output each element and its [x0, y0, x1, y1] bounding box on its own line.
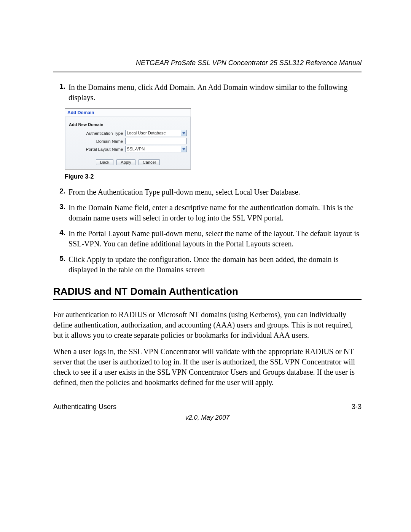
domain-name-label: Domain Name: [69, 139, 125, 144]
step-number: 4.: [53, 228, 68, 249]
domain-name-input[interactable]: [125, 138, 187, 144]
portal-layout-value: SSL-VPN: [127, 146, 145, 152]
step-text: In the Domains menu, click Add Domain. A…: [68, 82, 362, 103]
auth-type-label: Authentication Type: [69, 131, 125, 136]
step-text: In the Portal Layout Name pull-down menu…: [68, 228, 362, 249]
footer-page: 3-3: [352, 403, 362, 411]
step-number: 5.: [53, 254, 68, 275]
header-rule: [53, 72, 362, 72]
step-number: 1.: [53, 82, 68, 103]
auth-type-select[interactable]: Local User Database: [125, 130, 187, 136]
chevron-down-icon: [181, 146, 186, 152]
footer-rule: [53, 399, 362, 399]
footer-section: Authenticating Users: [53, 403, 116, 411]
dialog-title: Add Domain: [65, 109, 191, 117]
body-paragraph: When a user logs in, the SSL VPN Concent…: [53, 347, 362, 388]
step-number: 3.: [53, 203, 68, 223]
back-button[interactable]: Back: [96, 159, 113, 165]
step-number: 2.: [53, 187, 68, 197]
cancel-button[interactable]: Cancel: [139, 159, 160, 165]
apply-button[interactable]: Apply: [116, 159, 135, 165]
body-paragraph: For authentication to RADIUS or Microsof…: [53, 310, 362, 340]
step-text: In the Domain Name field, enter a descri…: [68, 203, 362, 223]
figure-dialog: Add Domain Add New Domain Authentication…: [65, 108, 362, 169]
running-header: NETGEAR ProSafe SSL VPN Concentrator 25 …: [53, 59, 362, 67]
portal-layout-label: Portal Layout Name: [69, 147, 125, 152]
section-heading: RADIUS and NT Domain Authentication: [53, 286, 362, 297]
figure-caption: Figure 3-2: [65, 173, 362, 180]
portal-layout-select[interactable]: SSL-VPN: [125, 146, 187, 152]
step-text: From the Authentication Type pull-down m…: [68, 187, 300, 197]
step-text: Click Apply to update the configuration.…: [68, 254, 362, 275]
footer-version: v2.0, May 2007: [53, 414, 362, 422]
chevron-down-icon: [181, 130, 186, 136]
dialog-subtitle: Add New Domain: [65, 117, 191, 129]
section-rule: [53, 299, 362, 300]
auth-type-value: Local User Database: [127, 130, 166, 136]
